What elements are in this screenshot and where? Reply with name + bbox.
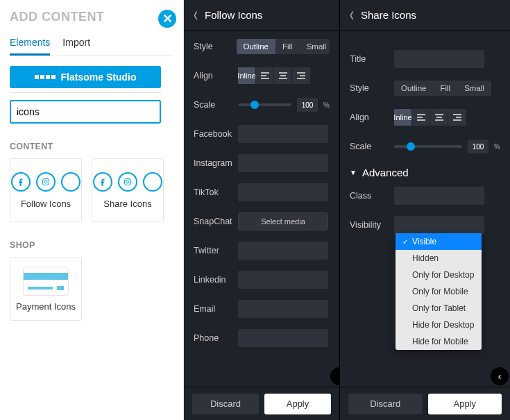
align-left-icon[interactable] bbox=[412, 109, 430, 126]
visibility-select[interactable] bbox=[394, 216, 484, 234]
label-linkedin: Linkedin bbox=[194, 275, 238, 285]
tab-elements[interactable]: Elements bbox=[10, 37, 50, 56]
style-button-group: Outline Fill Small bbox=[237, 39, 330, 54]
style-small[interactable]: Small bbox=[300, 39, 330, 54]
scale-slider[interactable] bbox=[238, 103, 291, 106]
back-icon[interactable]: ‹ bbox=[350, 3, 354, 27]
placeholder-icon bbox=[143, 172, 162, 192]
label-scale: Scale bbox=[350, 142, 394, 151]
element-payment-icons[interactable]: Payment Icons bbox=[10, 257, 82, 321]
label-title: Title bbox=[350, 54, 394, 64]
label-facebook: Facebook bbox=[194, 129, 238, 139]
label-phone: Phone bbox=[194, 333, 238, 343]
instagram-input[interactable] bbox=[238, 154, 328, 172]
studio-label: Flatsome Studio bbox=[61, 72, 137, 83]
visibility-option[interactable]: ✓Only for Desktop bbox=[396, 267, 482, 283]
phone-input[interactable] bbox=[238, 329, 328, 347]
tabs: Elements Import bbox=[10, 37, 173, 56]
align-button-group: Inline bbox=[394, 109, 466, 126]
check-icon: ✓ bbox=[402, 238, 409, 246]
placeholder-icon bbox=[61, 172, 80, 192]
section-content-title: CONTENT bbox=[10, 142, 173, 151]
credit-card-icon bbox=[23, 267, 69, 296]
svg-point-4 bbox=[126, 180, 129, 183]
panel-title: Share Icons bbox=[361, 9, 416, 21]
visibility-option[interactable]: ✓Hidden bbox=[396, 250, 482, 267]
align-right-icon[interactable] bbox=[292, 67, 310, 84]
card-label: Follow Icons bbox=[21, 199, 71, 209]
card-label: Payment Icons bbox=[16, 301, 76, 312]
svg-point-5 bbox=[130, 179, 130, 180]
share-icons-panel: ‹ Share Icons Title Style Outline Fill S… bbox=[340, 0, 510, 420]
caret-down-icon: ▼ bbox=[350, 169, 357, 176]
visibility-option[interactable]: ✓Only for Tablet bbox=[396, 300, 482, 317]
apply-button[interactable]: Apply bbox=[428, 394, 502, 414]
visibility-option[interactable]: ✓Hide for Mobile bbox=[396, 333, 482, 350]
element-follow-icons[interactable]: Follow Icons bbox=[10, 158, 82, 222]
element-share-icons[interactable]: Share Icons bbox=[92, 158, 164, 222]
divider bbox=[10, 92, 161, 93]
email-input[interactable] bbox=[238, 300, 328, 318]
label-style: Style bbox=[194, 42, 237, 51]
close-icon[interactable]: ✕ bbox=[158, 10, 176, 28]
instagram-icon bbox=[36, 172, 56, 192]
svg-point-1 bbox=[44, 180, 47, 183]
tab-import[interactable]: Import bbox=[62, 37, 90, 56]
instagram-icon bbox=[118, 172, 137, 192]
apply-button[interactable]: Apply bbox=[264, 394, 331, 414]
scale-slider[interactable] bbox=[394, 145, 462, 148]
grid-icon bbox=[35, 75, 56, 79]
visibility-dropdown: ✓Visible ✓Hidden ✓Only for Desktop ✓Only… bbox=[396, 233, 482, 350]
label-align: Align bbox=[350, 112, 394, 122]
panel-title: ADD CONTENT bbox=[10, 10, 173, 24]
search-input[interactable] bbox=[10, 100, 161, 124]
style-fill[interactable]: Fill bbox=[275, 39, 300, 54]
visibility-option[interactable]: ✓Visible bbox=[396, 233, 482, 250]
select-media-button[interactable]: Select media bbox=[238, 212, 328, 230]
visibility-option[interactable]: ✓Hide for Desktop bbox=[396, 317, 482, 333]
advanced-label: Advanced bbox=[362, 167, 409, 178]
label-align: Align bbox=[194, 71, 238, 81]
align-inline[interactable]: Inline bbox=[238, 67, 256, 84]
style-button-group: Outline Fill Small bbox=[394, 81, 491, 96]
class-input[interactable] bbox=[394, 187, 484, 205]
style-outline[interactable]: Outline bbox=[237, 39, 275, 54]
style-small[interactable]: Small bbox=[457, 81, 491, 96]
flatsome-studio-button[interactable]: Flatsome Studio bbox=[10, 66, 161, 88]
label-style: Style bbox=[350, 83, 394, 93]
discard-button[interactable]: Discard bbox=[348, 394, 423, 414]
facebook-icon bbox=[11, 172, 31, 192]
align-center-icon[interactable] bbox=[430, 109, 448, 126]
visibility-option[interactable]: ✓Only for Mobile bbox=[396, 283, 482, 300]
svg-point-2 bbox=[48, 179, 49, 180]
scale-value[interactable]: 100 bbox=[297, 98, 318, 112]
label-twitter: Twitter bbox=[194, 246, 238, 255]
style-fill[interactable]: Fill bbox=[433, 81, 457, 96]
label-snapchat: SnapChat bbox=[194, 217, 238, 226]
label-class: Class bbox=[350, 191, 394, 201]
add-content-panel: ✕ ADD CONTENT Elements Import Flatsome S… bbox=[0, 0, 184, 420]
scale-unit: % bbox=[323, 101, 330, 109]
label-tiktok: TikTok bbox=[194, 187, 238, 197]
twitter-input[interactable] bbox=[238, 242, 328, 260]
back-icon[interactable]: ‹ bbox=[194, 3, 198, 27]
chevron-left-icon[interactable]: ‹ bbox=[491, 367, 509, 385]
discard-button[interactable]: Discard bbox=[192, 394, 259, 414]
align-center-icon[interactable] bbox=[274, 67, 292, 84]
align-right-icon[interactable] bbox=[448, 109, 466, 126]
tiktok-input[interactable] bbox=[238, 183, 328, 201]
linkedin-input[interactable] bbox=[238, 271, 328, 289]
scale-value[interactable]: 100 bbox=[468, 140, 488, 153]
advanced-toggle[interactable]: ▼ Advanced bbox=[350, 167, 500, 178]
label-visibility: Visibility bbox=[350, 220, 394, 230]
facebook-icon bbox=[93, 172, 112, 192]
align-button-group: Inline bbox=[238, 67, 310, 84]
facebook-input[interactable] bbox=[238, 125, 328, 143]
align-inline[interactable]: Inline bbox=[394, 109, 412, 126]
scale-unit: % bbox=[494, 143, 500, 151]
label-email: Email bbox=[194, 304, 238, 314]
label-scale: Scale bbox=[194, 100, 238, 110]
style-outline[interactable]: Outline bbox=[394, 81, 433, 96]
align-left-icon[interactable] bbox=[256, 67, 274, 84]
title-input[interactable] bbox=[394, 50, 484, 68]
